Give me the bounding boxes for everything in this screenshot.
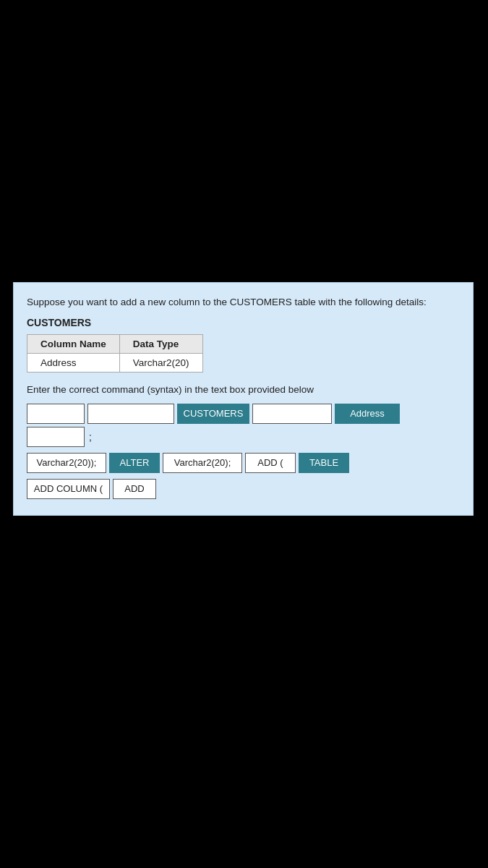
- puzzle-box-table: TABLE: [299, 453, 349, 473]
- puzzle-box-varchar2[interactable]: Varchar2(20);: [163, 453, 242, 473]
- table-row: Address Varchar2(20): [27, 353, 203, 372]
- puzzle-area: CUSTOMERS Address ; Varchar2(20)); ALTER…: [27, 404, 460, 499]
- cell-col-name: Address: [27, 353, 120, 372]
- puzzle-box-varchar-semicolon[interactable]: Varchar2(20));: [27, 453, 106, 473]
- puzzle-row-1: CUSTOMERS Address ;: [27, 404, 460, 447]
- col-header-name: Column Name: [27, 334, 120, 353]
- semicolon: ;: [89, 431, 92, 443]
- puzzle-box-customers: CUSTOMERS: [177, 404, 249, 424]
- main-card: Suppose you want to add a new column to …: [13, 282, 474, 516]
- puzzle-box-alter: ALTER: [109, 453, 160, 473]
- intro-text: Suppose you want to add a new column to …: [27, 296, 460, 310]
- puzzle-box-add[interactable]: ADD: [113, 479, 156, 499]
- puzzle-box-add-column[interactable]: ADD COLUMN (: [27, 479, 110, 499]
- puzzle-box-1[interactable]: [27, 404, 85, 424]
- puzzle-row-2: Varchar2(20)); ALTER Varchar2(20); ADD (…: [27, 453, 460, 473]
- cell-data-type: Varchar2(20): [119, 353, 202, 372]
- puzzle-box-2[interactable]: [87, 404, 174, 424]
- instruction-text: Enter the correct command (syntax) in th…: [27, 384, 460, 395]
- col-header-type: Data Type: [119, 334, 202, 353]
- puzzle-box-add-paren[interactable]: ADD (: [245, 453, 296, 473]
- puzzle-box-address: Address: [335, 404, 400, 424]
- puzzle-box-6[interactable]: [27, 427, 85, 447]
- data-table: Column Name Data Type Address Varchar2(2…: [27, 334, 203, 373]
- table-title: CUSTOMERS: [27, 317, 460, 328]
- puzzle-box-4[interactable]: [252, 404, 332, 424]
- puzzle-row-3: ADD COLUMN ( ADD: [27, 479, 460, 499]
